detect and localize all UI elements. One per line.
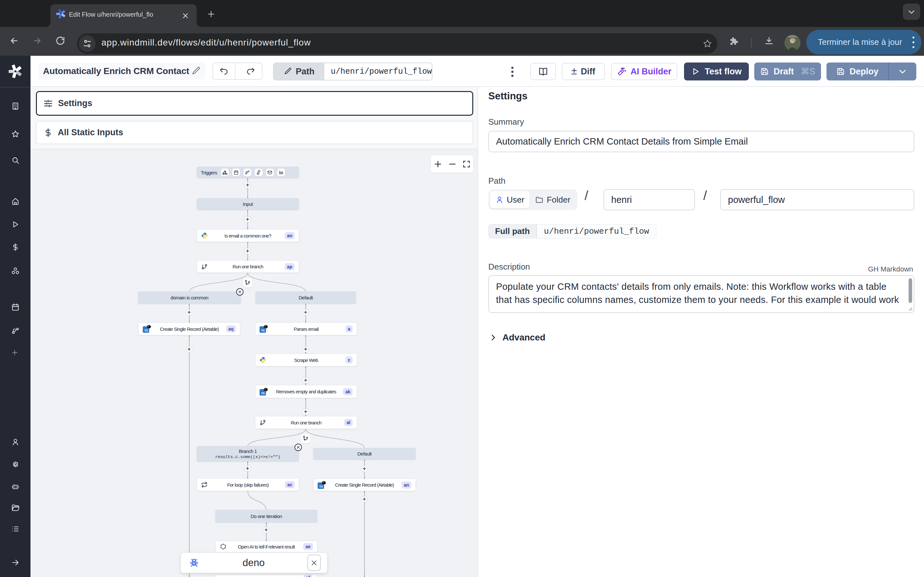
svg-text:TS: TS (261, 391, 265, 395)
svg-text:TS: TS (261, 329, 265, 332)
svg-text:c: c (279, 170, 280, 172)
svg-text:TS: TS (144, 329, 148, 332)
svg-text:TS: TS (319, 484, 323, 488)
